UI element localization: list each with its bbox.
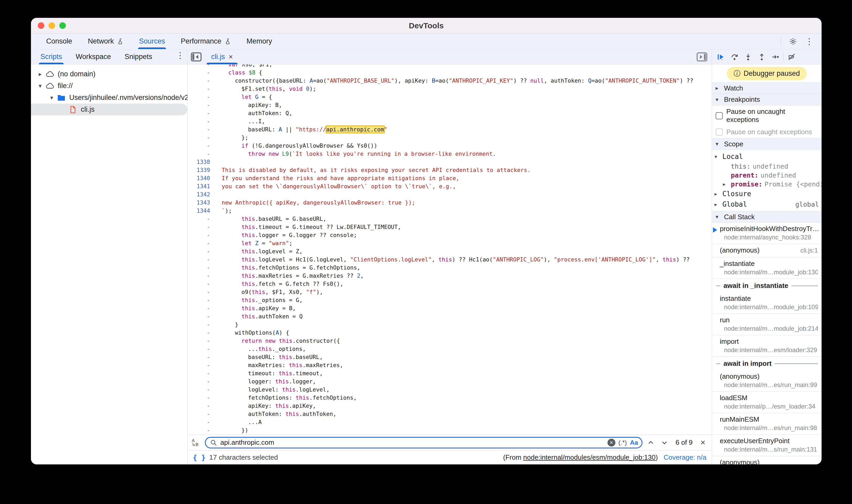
scope-variable-parent[interactable]: parent: undefined xyxy=(712,171,821,180)
tab-memory[interactable]: Memory xyxy=(239,34,280,49)
line-number[interactable]: - xyxy=(188,255,217,264)
search-field[interactable]: × (.*) Aa xyxy=(205,437,642,448)
code-line[interactable]: -apiKey: B, xyxy=(188,101,712,109)
coverage-link[interactable]: Coverage: n/a xyxy=(664,453,706,462)
call-stack-frame[interactable]: promiseInitHookWithDestroyTr…node:intern… xyxy=(712,223,821,244)
chevron-right-icon[interactable]: ▸ xyxy=(723,181,729,187)
line-number[interactable]: - xyxy=(188,312,217,321)
code-line[interactable]: -this.authToken = Q xyxy=(188,312,712,321)
settings-gear-icon[interactable] xyxy=(786,35,800,48)
call-stack-frame[interactable]: _instantiatenode:internal/m…module_job:1… xyxy=(712,257,821,279)
code-line[interactable]: -let G = { xyxy=(188,93,712,101)
line-number[interactable]: - xyxy=(188,231,217,239)
code-line[interactable]: 1343new Anthropic({ apiKey, dangerouslyA… xyxy=(188,198,712,206)
code-line[interactable]: -class $8 { xyxy=(188,69,712,76)
code-line[interactable]: -this._options = G, xyxy=(188,296,712,304)
match-case-toggle-button[interactable]: Aa xyxy=(630,439,638,446)
tab-performance[interactable]: Performance xyxy=(173,34,239,49)
code-line[interactable]: 1341you can set the \`dangerouslyAllowBr… xyxy=(188,182,712,191)
more-options-kebab-icon[interactable]: ⋮ xyxy=(802,35,816,48)
line-number[interactable]: 1340 xyxy=(188,174,217,182)
line-number[interactable]: - xyxy=(188,345,217,353)
code-line[interactable]: 1340If you understand the risks and have… xyxy=(188,174,712,182)
code-line[interactable]: -authToken: Q, xyxy=(188,109,712,117)
code-line[interactable]: -if (!G.dangerouslyAllowBrowser && Ys0()… xyxy=(188,142,712,150)
line-number[interactable]: 1341 xyxy=(188,182,217,191)
tab-network[interactable]: Network xyxy=(80,34,131,49)
code-line[interactable]: -authToken: this.authToken, xyxy=(188,410,712,418)
code-line[interactable]: -baseURL: this.baseURL, xyxy=(188,353,712,361)
line-number[interactable]: - xyxy=(188,69,217,76)
line-number[interactable]: - xyxy=(188,133,217,142)
code-line[interactable]: -constructor({baseURL: A=ao("ANTHROPIC_B… xyxy=(188,76,712,85)
code-line[interactable]: -}) xyxy=(188,426,712,434)
code-line[interactable]: 1344`); xyxy=(188,206,712,215)
line-number[interactable]: - xyxy=(188,353,217,361)
step-over-button[interactable] xyxy=(728,51,741,63)
code-line[interactable]: -apiKey: this.apiKey, xyxy=(188,402,712,410)
code-line[interactable]: -this.logLevel = Z, xyxy=(188,247,712,255)
watch-section-header[interactable]: ▸Watch xyxy=(712,82,821,94)
code-line[interactable]: -throw new L9(`It looks like you're runn… xyxy=(188,150,712,158)
line-number[interactable]: - xyxy=(188,109,217,117)
sidebar-tab-snippets[interactable]: Snippets xyxy=(118,49,159,64)
line-number[interactable]: - xyxy=(188,377,217,385)
code-line[interactable]: -this.fetchOptions = G.fetchOptions, xyxy=(188,264,712,272)
tree-item-users-jinhuilee-nvm-versions-node-v2-[interactable]: Users/jinhuilee/.nvm/versions/node/v2… xyxy=(31,92,187,104)
line-number[interactable]: - xyxy=(188,280,217,288)
tab-console[interactable]: Console xyxy=(38,34,80,49)
line-number[interactable]: - xyxy=(188,101,217,109)
line-number[interactable]: - xyxy=(188,402,217,410)
code-line[interactable]: -fetchOptions: this.fetchOptions, xyxy=(188,394,712,402)
line-number[interactable]: - xyxy=(188,337,217,345)
line-number[interactable]: - xyxy=(188,76,217,85)
line-number[interactable]: - xyxy=(188,223,217,231)
code-line[interactable]: -}; xyxy=(188,133,712,142)
code-line[interactable]: -this.timeout = G.timeout ?? Lw.DEFAULT_… xyxy=(188,223,712,231)
call-stack-frame[interactable]: runnode:internal/m…module_job:214 xyxy=(712,314,821,336)
call-stack-frame[interactable]: runMainESMnode:internal/m…es/run_main:98 xyxy=(712,413,821,435)
tree-disclosure-icon[interactable] xyxy=(47,94,56,101)
line-number[interactable]: - xyxy=(188,369,217,377)
tree-item-cli-js[interactable]: cli.js xyxy=(31,104,187,115)
editor-tab-clijs[interactable]: cli.js × xyxy=(205,49,239,64)
resume-button[interactable] xyxy=(714,51,728,63)
call-stack-frame[interactable]: (anonymous)cli.js:1 xyxy=(712,244,821,257)
step-button[interactable] xyxy=(768,51,782,63)
code-line[interactable]: -} xyxy=(188,321,712,328)
navigator-more-kebab-icon[interactable]: ⋮ xyxy=(173,49,187,61)
line-number[interactable]: - xyxy=(188,264,217,272)
line-number[interactable]: - xyxy=(188,85,217,93)
code-line[interactable]: 1339This is disabled by default, as it r… xyxy=(188,166,712,174)
line-number[interactable]: 1343 xyxy=(188,198,217,206)
call-stack-frame[interactable]: executeUserEntryPointnode:internal/m…s/r… xyxy=(712,435,821,456)
tree-disclosure-icon[interactable] xyxy=(36,71,45,78)
code-line[interactable]: -...A xyxy=(188,418,712,426)
code-line[interactable]: -o9(this, $F1, Xs0, "f"), xyxy=(188,288,712,296)
regex-toggle-button[interactable]: (.*) xyxy=(619,439,627,446)
line-number[interactable]: 1342 xyxy=(188,191,217,198)
scope-group-local[interactable]: ▾Local xyxy=(712,151,821,162)
step-out-button[interactable] xyxy=(755,51,768,63)
line-number[interactable]: - xyxy=(188,321,217,328)
code-line[interactable]: -this.apiKey = B, xyxy=(188,304,712,312)
line-number[interactable]: - xyxy=(188,125,217,133)
line-number[interactable]: - xyxy=(188,328,217,337)
line-number[interactable]: 1339 xyxy=(188,166,217,174)
call-stack-frame[interactable]: (anonymous)node:internal/m…es/run_main:9… xyxy=(712,370,821,392)
line-number[interactable]: - xyxy=(188,288,217,296)
tree-disclosure-icon[interactable] xyxy=(36,83,45,89)
line-number[interactable]: - xyxy=(188,304,217,312)
tree-item-file-[interactable]: file:// xyxy=(31,80,187,92)
scope-group-closure[interactable]: ▸Closure xyxy=(712,188,821,199)
deactivate-breakpoints-button[interactable] xyxy=(785,51,798,63)
code-line[interactable]: -this.logger = G.logger ?? console; xyxy=(188,231,712,239)
line-number[interactable]: - xyxy=(188,93,217,101)
line-number[interactable]: - xyxy=(188,296,217,304)
line-number[interactable]: - xyxy=(188,247,217,255)
line-number[interactable]: - xyxy=(188,117,217,125)
hide-debugger-sidebar-icon[interactable] xyxy=(696,52,708,62)
code-line[interactable]: -this.baseURL = G.baseURL, xyxy=(188,215,712,223)
line-number[interactable]: - xyxy=(188,239,217,247)
line-number[interactable]: - xyxy=(188,215,217,223)
